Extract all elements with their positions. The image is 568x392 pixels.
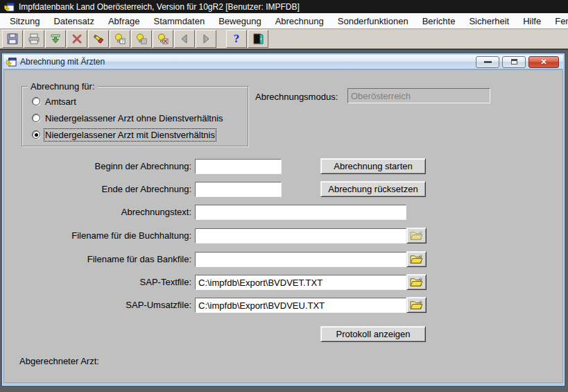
radio-circle[interactable] [32, 114, 40, 122]
minimize-button[interactable] [476, 56, 499, 68]
insert-record-button[interactable] [45, 30, 66, 48]
toolbar-separator [217, 30, 226, 48]
radio-label: Amtsart [45, 96, 76, 107]
filename-bankfile-input[interactable] [195, 252, 406, 267]
filename-buchhaltung-input[interactable] [195, 228, 406, 244]
close-button[interactable]: ✕ [528, 56, 559, 68]
menu-berichte[interactable]: Berichte [415, 14, 463, 28]
browse-bankfile-button[interactable] [406, 251, 427, 267]
radio-circle[interactable] [32, 130, 40, 139]
radio-label: Niedergelassener Arzt ohne Dienstverhält… [45, 113, 223, 123]
app-icon [4, 2, 15, 12]
toolbar: ? [0, 29, 568, 50]
radio-option-arzt-mit-dv[interactable]: Niedergelassener Arzt mit Dienstverhältn… [32, 128, 215, 141]
abrechnungsmodus-field [347, 88, 490, 103]
application-window: Impfdatenbank Land Oberösterreich, Versi… [0, 0, 568, 392]
abrechnungsmodus-label: Abrechnungsmodus: [255, 92, 338, 102]
protokoll-anzeigen-button[interactable]: Protokoll anzeigen [320, 326, 426, 342]
sap-umsatzfile-label: SAP-Umsatzfile: [4, 300, 191, 310]
previous-record-icon [179, 33, 190, 44]
menu-sitzung[interactable]: Sitzung [3, 14, 46, 28]
abrechnungstext-input[interactable] [195, 205, 406, 220]
abrechnung-ruecksetzen-button[interactable]: Abrechung rücksetzen [320, 181, 426, 197]
folder-open-icon [410, 254, 423, 264]
exit-door-icon [252, 33, 264, 44]
mdi-background: Abrechnung mit Ärzten ✕ Abrechnung für: … [0, 51, 568, 392]
radio-option-arzt-ohne-dv[interactable]: Niedergelassener Arzt ohne Dienstverhält… [32, 112, 223, 124]
sap-textfile-label: SAP-Textfile: [4, 277, 191, 287]
dialog-abrechnung-mit-aerzten: Abrechnung mit Ärzten ✕ Abrechnung für: … [1, 53, 565, 386]
menu-datensatz[interactable]: Datensatz [46, 14, 101, 28]
dialog-icon [6, 57, 17, 67]
help-button[interactable]: ? [226, 30, 247, 48]
svg-text:?: ? [121, 39, 124, 44]
enter-query-icon [93, 33, 104, 44]
beginn-abrechnung-label: Beginn der Abrechnung: [4, 161, 191, 171]
list-records-button[interactable] [131, 30, 152, 48]
abrechnung-starten-button[interactable]: Abrechnung starten [320, 158, 426, 174]
ende-abrechnung-label: Ende der Abrechnung: [4, 184, 191, 194]
abrechnung-fuer-groupbox: Abrechnung für: Amtsart Niedergelassener… [21, 86, 248, 146]
ende-abrechnung-input[interactable] [195, 182, 282, 197]
minimize-icon [484, 61, 492, 63]
menu-bewegung[interactable]: Bewegung [212, 14, 268, 28]
help-icon: ? [234, 32, 240, 46]
restore-button[interactable] [502, 56, 526, 68]
print-icon [28, 33, 40, 44]
dialog-client-area: Abrechnung für: Amtsart Niedergelassener… [3, 69, 563, 383]
execute-query-button[interactable]: ? [110, 30, 130, 48]
save-icon [7, 33, 18, 44]
next-record-icon [200, 33, 212, 44]
radio-label: Niedergelassener Arzt mit Dienstverhältn… [45, 130, 215, 140]
menu-abfrage[interactable]: Abfrage [101, 14, 147, 28]
abrechnungstext-label: Abrechnungstext: [4, 207, 191, 217]
menu-bar: Sitzung Datensatz Abfrage Stammdaten Bew… [0, 13, 568, 29]
abgerechneter-arzt-label: Abgerechneter Arzt: [19, 356, 99, 366]
menu-abrechnung[interactable]: Abrechnung [268, 14, 331, 28]
browse-buchhaltung-button[interactable] [406, 228, 427, 244]
browse-sap-textfile-button[interactable] [406, 274, 427, 290]
beginn-abrechnung-input[interactable] [195, 159, 282, 174]
sap-textfile-input[interactable] [195, 275, 406, 290]
dialog-titlebar[interactable]: Abrechnung mit Ärzten ✕ [3, 55, 563, 69]
window-buttons: ✕ [476, 56, 560, 68]
filename-buchhaltung-label: Filename für die Buchhaltung: [4, 230, 191, 241]
groupbox-legend: Abrechnung für: [28, 81, 98, 92]
radio-option-amtsart[interactable]: Amtsart [32, 95, 76, 108]
restore-icon [511, 59, 517, 65]
folder-open-icon [410, 277, 423, 287]
cancel-query-button[interactable] [153, 30, 173, 48]
folder-open-icon [410, 300, 423, 310]
exit-button[interactable] [248, 30, 268, 48]
menu-stammdaten[interactable]: Stammdaten [146, 14, 212, 28]
dialog-title: Abrechnung mit Ärzten [20, 57, 105, 67]
close-icon: ✕ [540, 58, 547, 67]
delete-record-button[interactable] [67, 30, 87, 48]
folder-open-icon [410, 230, 423, 241]
app-title: Impfdatenbank Land Oberösterreich, Versi… [19, 2, 300, 12]
menu-hilfe[interactable]: Hilfe [516, 14, 548, 28]
insert-record-icon [50, 33, 61, 44]
execute-query-icon: ? [114, 33, 126, 44]
cancel-query-icon [157, 33, 169, 44]
menu-sicherheit[interactable]: Sicherheit [462, 14, 516, 28]
delete-record-icon [71, 33, 83, 44]
menu-fenster[interactable]: Fenster [548, 14, 568, 28]
enter-query-button[interactable] [88, 30, 109, 48]
radio-circle[interactable] [32, 97, 40, 105]
sap-umsatzfile-input[interactable] [195, 298, 406, 313]
save-button[interactable] [2, 30, 23, 48]
menu-sonderfunktionen[interactable]: Sonderfunktionen [331, 14, 415, 28]
print-button[interactable] [24, 30, 44, 48]
app-titlebar: Impfdatenbank Land Oberösterreich, Versi… [0, 0, 568, 13]
list-records-icon [136, 33, 147, 44]
browse-sap-umsatzfile-button[interactable] [406, 297, 427, 313]
filename-bankfile-label: Filename für das Bankfile: [4, 254, 191, 264]
previous-record-button[interactable] [174, 30, 195, 48]
next-record-button[interactable] [196, 30, 216, 48]
